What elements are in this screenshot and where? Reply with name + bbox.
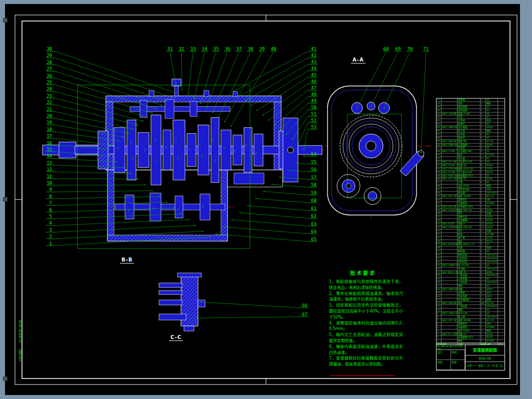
bom-row: 20三档齿轮120CrMnTi: [436, 274, 504, 278]
bom-row: 9GB/T 1096-79键 8×40145: [436, 312, 504, 316]
callout-number: 32: [179, 46, 184, 52]
callout-number: 56: [311, 167, 316, 172]
bom-row: 46油封 PD551橡胶: [436, 184, 504, 188]
technical-requirements-list: 1、装配前箱体与其他铸件应清洗干净，除去毛边、毛刺后浸抹防锈漆。2、零件在装配前…: [329, 279, 403, 368]
bom-row: 48GB/T 97.1-85垫圈 241Q235: [436, 178, 504, 181]
technical-requirements: 技术要求 1、装配前箱体与其他铸件应清洗干净，除去毛边、毛刺后浸抹防锈漆。2、零…: [329, 269, 403, 368]
callout-number: 41: [311, 46, 316, 52]
bom-row: 66导块145: [436, 116, 504, 119]
bom-row: 27倒档轴145: [436, 250, 504, 254]
callout-number: 58: [311, 182, 316, 188]
bom-row: 24四档齿轮120CrMnTi: [436, 260, 504, 264]
view-label-bb: B-B: [120, 257, 134, 264]
callout-number: 64: [311, 229, 316, 234]
bom-row: 7GB/T 297-94轴承 302082GCr15: [436, 319, 504, 322]
callout-number: 46: [311, 79, 316, 84]
callout-number: 27: [46, 66, 52, 72]
callout-number: 68: [384, 46, 389, 52]
callout-number: 13: [46, 160, 52, 166]
tech-requirement-line: 7、变速器装好后各接触面及密封处均不得漏油，相关表面涂以密封胶。: [329, 356, 403, 368]
callout-number: 50: [311, 105, 316, 110]
technical-requirements-title: 技术要求: [335, 269, 391, 276]
callout-number: 16: [46, 140, 52, 146]
callout-number: 51: [311, 112, 316, 116]
tech-requirement-line: 6、箱体内表面涂耐油油漆，外表面涂灰白色油漆。: [329, 344, 403, 356]
callout-number: 33: [190, 46, 196, 52]
callout-number: 69: [396, 46, 401, 52]
bom-row: 22中间轴120CrMnTi: [436, 268, 504, 271]
callout-number: 66: [302, 303, 308, 308]
callout-number: 15: [46, 147, 52, 152]
drawing-title: 变速器装配图: [466, 345, 504, 356]
title-block-roles: 设计 校核 审核 批准: [436, 350, 465, 370]
callout-number: 54: [311, 152, 316, 156]
callout-number: 55: [311, 160, 316, 164]
callout-number: 31: [168, 46, 173, 52]
main-section-view: [42, 79, 322, 248]
callout-number: 38: [248, 46, 254, 52]
bom-row: 2放油螺塞 M121Q235: [436, 336, 504, 340]
callout-number: 36: [225, 46, 230, 52]
bom-row: 16GB/T 2089-80弹簧665Mn: [436, 288, 504, 292]
bom-row: 51GB/T 5783-86螺栓 M10×308Q235: [436, 168, 504, 171]
bom-row: 28衬套1青铜: [436, 246, 504, 250]
callout-number: 19: [46, 120, 52, 125]
bom-row: 42调整垫片108F: [436, 198, 504, 202]
aa-view: [328, 86, 424, 215]
callout-number: 7: [50, 200, 52, 206]
bom-row: 11一档齿轮120CrMnTi: [436, 305, 504, 308]
callout-number: 53: [311, 124, 316, 130]
callout-number: 9: [50, 187, 52, 192]
bom-row: 32箱盖1HT200: [436, 233, 504, 236]
view-label-cc: C-C: [169, 334, 183, 341]
callout-number: 37: [236, 46, 242, 52]
callout-number: 12: [46, 167, 52, 172]
callout-number: 11: [46, 174, 52, 179]
red-mark: [330, 376, 395, 376]
callout-number: 67: [302, 312, 308, 317]
bom-row: 4油封 PD451橡胶: [436, 330, 504, 333]
bom-row: 26倒档齿轮120CrMnTi: [436, 254, 504, 257]
role-label-check: 校核: [451, 350, 466, 360]
bom-row: 44输出轴120CrMnTi: [436, 192, 504, 195]
callout-number: 10: [46, 180, 52, 186]
drawing-meta: 比例 1:2 数量 1 共 1 张 第 1 张: [466, 362, 504, 370]
role-label-design: 设计: [436, 350, 451, 360]
bom-row: 6调整垫片208F: [436, 322, 504, 326]
callout-number: 42: [311, 53, 316, 58]
bom-row: 69换档摇臂145: [436, 106, 504, 109]
tech-requirement-line: 2、零件在装配前用煤油清洗，轴承用汽油清洗，轴承晾干后表面涂油。: [329, 291, 403, 303]
callout-number: 60: [311, 198, 316, 203]
bom-row: 23GB/T 1096-79键 10×50145: [436, 264, 504, 268]
callout-number: 57: [311, 175, 316, 180]
bom-row: 14滑动齿套240Cr: [436, 295, 504, 298]
tech-requirement-line: 3、齿轮装配后用涂色法检查接触斑点，圆柱齿轮沿齿高不小于40%，沿齿长不小于50…: [329, 302, 403, 320]
callout-number: 47: [311, 86, 316, 90]
bom-row: 17滑块345: [436, 284, 504, 288]
bom-row: 62防尘罩1橡胶: [436, 130, 504, 133]
bom-row: 21GB/T 894.1-86挡圈 35265Mn: [436, 271, 504, 274]
bom-row: 52GB/T 93-87垫圈 10865Mn: [436, 164, 504, 168]
role-label-approve: 批准: [451, 360, 466, 370]
bom-row: 13同步器锁环4黄铜: [436, 298, 504, 302]
callout-number: 34: [202, 46, 208, 52]
callout-number: 5: [50, 214, 52, 219]
bom-row: 67GB/T 119-86锁销 5×30235: [436, 112, 504, 116]
view-label-aa: A-A: [351, 57, 366, 64]
callout-number: 3: [50, 228, 52, 232]
callout-number: 28: [46, 60, 52, 65]
bom-row: 71摇臂轴145: [436, 98, 504, 102]
callout-number: 17: [46, 134, 52, 138]
margin-label-archive: 底图总号: [16, 349, 22, 362]
callout-number: 59: [311, 190, 316, 196]
bom-row: 57互锁销235: [436, 146, 504, 150]
cad-viewport: 3029282726252423222120191817161514131211…: [0, 0, 532, 399]
bom-row: 29GB/T 6184-86螺母 M20×1.5235: [436, 243, 504, 246]
callout-number: 40: [271, 46, 276, 52]
callout-number: 1: [50, 241, 52, 246]
bom-row: 33垫片1石棉: [436, 230, 504, 233]
bom-row: 36加油螺塞1Q235: [436, 219, 504, 222]
callout-number: 45: [311, 72, 316, 78]
bom-row: 64变速杆145: [436, 122, 504, 126]
callout-number: 6: [50, 208, 52, 212]
